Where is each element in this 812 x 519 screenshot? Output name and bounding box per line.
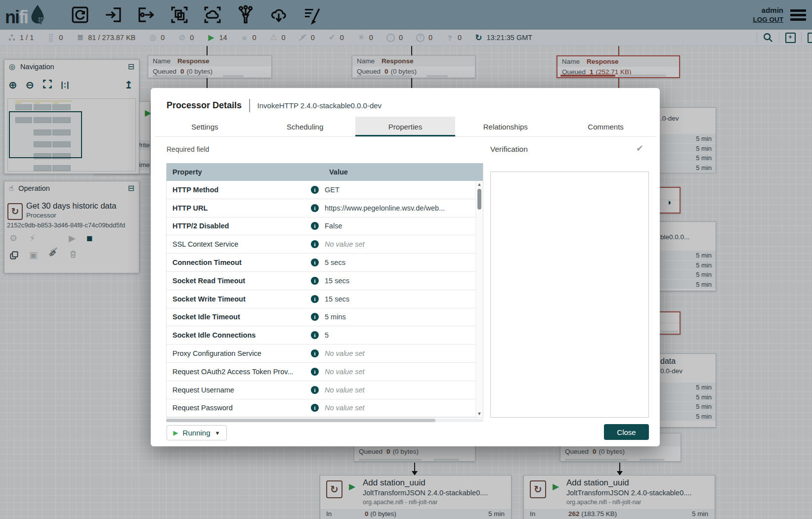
info-icon[interactable]: i bbox=[311, 313, 319, 321]
property-row[interactable]: HTTP URL i https://www.pegelonline.wsv.d… bbox=[167, 199, 483, 217]
info-icon[interactable]: i bbox=[311, 204, 319, 212]
info-icon[interactable]: i bbox=[311, 222, 319, 230]
info-icon[interactable]: i bbox=[311, 368, 319, 376]
dialog-tab[interactable]: Properties bbox=[355, 117, 456, 136]
processor-type-subtitle: InvokeHTTP 2.4.0-stackable0.0.0-dev bbox=[257, 101, 382, 110]
scrollbar-thumb[interactable] bbox=[477, 189, 481, 210]
scroll-down-icon[interactable]: ▼ bbox=[476, 411, 483, 416]
processor-details-dialog: Processor Details InvokeHTTP 2.4.0-stack… bbox=[151, 88, 660, 446]
property-row[interactable]: HTTP/2 Disabled i False bbox=[167, 217, 483, 236]
close-button[interactable]: Close bbox=[604, 424, 649, 440]
info-icon[interactable]: i bbox=[311, 349, 319, 357]
required-field-label: Required field bbox=[167, 145, 209, 153]
property-row[interactable]: Request Password i No value set bbox=[167, 399, 483, 418]
table-scrollbar[interactable]: ▲ ▼ bbox=[475, 181, 483, 417]
dialog-tab[interactable]: Relationships bbox=[455, 117, 556, 136]
title-divider bbox=[249, 99, 250, 112]
info-icon[interactable]: i bbox=[311, 240, 319, 248]
dialog-tab[interactable]: Scheduling bbox=[255, 117, 355, 136]
info-icon[interactable]: i bbox=[311, 295, 319, 303]
info-icon[interactable]: i bbox=[311, 386, 319, 394]
property-row[interactable]: Connection Timeout i 5 secs bbox=[167, 254, 483, 272]
property-row[interactable]: SSL Context Service i No value set bbox=[167, 235, 483, 254]
table-hscrollbar[interactable] bbox=[166, 419, 483, 422]
property-row[interactable]: Request OAuth2 Access Token Prov... i No… bbox=[167, 363, 483, 381]
dialog-tab[interactable]: Comments bbox=[556, 117, 656, 136]
dialog-tabs: SettingsSchedulingPropertiesRelationship… bbox=[155, 117, 656, 137]
running-icon: ▶ bbox=[173, 429, 178, 436]
verification-check-icon[interactable]: ✔ bbox=[636, 143, 643, 154]
property-row[interactable]: Proxy Configuration Service i No value s… bbox=[167, 345, 483, 363]
property-row[interactable]: Socket Idle Timeout i 5 mins bbox=[167, 308, 483, 327]
property-row[interactable]: Socket Read Timeout i 15 secs bbox=[167, 272, 483, 290]
properties-table: Property Value HTTP Method i GET HTTP UR… bbox=[166, 163, 483, 418]
scroll-up-icon[interactable]: ▲ bbox=[476, 182, 483, 187]
info-icon[interactable]: i bbox=[311, 331, 319, 339]
info-icon[interactable]: i bbox=[311, 186, 319, 194]
property-row[interactable]: Request Username i No value set bbox=[167, 381, 483, 399]
dialog-tab[interactable]: Settings bbox=[155, 117, 255, 136]
property-row[interactable]: Socket Write Timeout i 15 secs bbox=[167, 290, 483, 308]
run-state-dropdown[interactable]: ▶ Running ▼ bbox=[167, 425, 227, 440]
verification-panel bbox=[490, 172, 649, 418]
property-row[interactable]: Socket Idle Connections i 5 bbox=[167, 326, 483, 345]
property-row[interactable]: HTTP Method i GET bbox=[167, 181, 483, 199]
info-icon[interactable]: i bbox=[311, 404, 319, 412]
chevron-down-icon: ▼ bbox=[215, 430, 220, 436]
info-icon[interactable]: i bbox=[311, 259, 319, 266]
info-icon[interactable]: i bbox=[311, 277, 319, 285]
dialog-title: Processor Details bbox=[167, 100, 242, 111]
verification-title: Verification bbox=[490, 145, 528, 154]
properties-table-header: Property Value bbox=[167, 163, 483, 181]
